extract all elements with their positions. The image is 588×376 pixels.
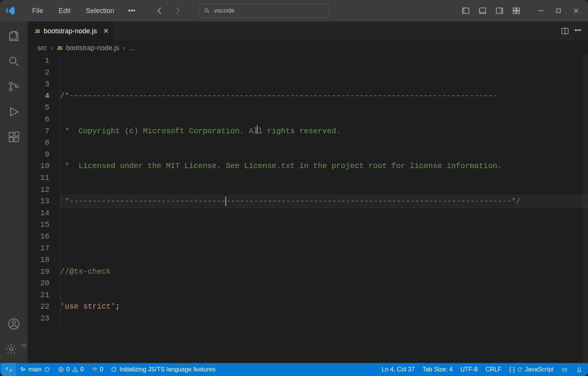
code-text: * Licensed under the MIT License. See Li…	[60, 162, 502, 170]
menu-selection[interactable]: Selection	[80, 5, 120, 17]
title-bar: File Edit Selection ••• vscode	[0, 0, 588, 21]
minimize-icon[interactable]	[532, 0, 550, 21]
problems[interactable]: 0 0	[54, 363, 88, 376]
line-number: 6	[28, 114, 49, 126]
line-number: 15	[28, 219, 49, 231]
line-number: 3	[28, 78, 49, 90]
menu-file[interactable]: File	[27, 5, 49, 17]
svg-rect-9	[517, 8, 519, 10]
svg-rect-3	[463, 8, 465, 14]
svg-point-35	[94, 371, 95, 371]
search-activity-icon[interactable]	[5, 52, 23, 70]
breadcrumbs[interactable]: src › JS bootstrap-node.js › ...	[28, 41, 588, 55]
line-number: 5	[28, 102, 49, 114]
source-control-icon[interactable]	[5, 77, 23, 96]
svg-point-37	[563, 369, 564, 370]
git-branch[interactable]: main	[16, 363, 54, 376]
ports-count: 0	[100, 366, 103, 373]
line-number-gutter: 1 2 3 4 5 6 7 8 9 10 11 12 13 14 15 16 1…	[28, 55, 60, 363]
svg-line-1	[208, 11, 209, 13]
activity-bar: VS	[0, 21, 28, 363]
svg-rect-10	[513, 11, 516, 13]
code-text	[60, 231, 588, 243]
eol[interactable]: CRLF	[481, 366, 505, 373]
line-number: 21	[28, 289, 49, 301]
code-text: 'use strict'	[60, 302, 115, 311]
line-number: 23	[28, 313, 49, 325]
toggle-panel-icon[interactable]	[476, 4, 489, 17]
tab-size[interactable]: Tab Size: 4	[419, 366, 457, 373]
menu-overflow-icon[interactable]: •••	[124, 5, 139, 17]
breadcrumb-folder[interactable]: src	[38, 44, 47, 52]
svg-point-19	[10, 88, 12, 91]
toggle-primary-sidebar-icon[interactable]	[459, 4, 472, 17]
svg-point-38	[565, 369, 566, 370]
svg-point-26	[12, 321, 15, 324]
code-editor[interactable]: 1 2 3 4 5 6 7 8 9 10 11 12 13 14 15 16 1…	[28, 55, 588, 363]
code-text: //@ts-check	[60, 267, 111, 276]
more-actions-icon[interactable]: •••	[575, 27, 581, 35]
svg-point-27	[10, 348, 13, 351]
js-file-icon: JS	[34, 28, 40, 34]
copilot-icon[interactable]	[557, 366, 572, 373]
line-number: 18	[28, 254, 49, 266]
tab-filename: bootstrap-node.js	[44, 27, 97, 35]
line-number: 12	[28, 184, 49, 196]
line-number: 1	[28, 55, 49, 67]
accounts-icon[interactable]	[5, 315, 23, 333]
code-content[interactable]: /*--------------------------------------…	[60, 55, 588, 363]
run-debug-icon[interactable]	[5, 103, 23, 121]
extensions-icon[interactable]	[5, 128, 23, 146]
title-left: File Edit Selection ••• vscode	[3, 4, 329, 18]
line-number: 19	[28, 266, 49, 278]
svg-rect-11	[517, 11, 519, 13]
command-center[interactable]: vscode	[199, 4, 329, 18]
customize-layout-icon[interactable]	[510, 4, 523, 17]
encoding[interactable]: UTF-8	[457, 366, 481, 373]
toggle-secondary-sidebar-icon[interactable]	[493, 4, 506, 17]
menu-edit[interactable]: Edit	[53, 5, 76, 17]
minimap[interactable]	[583, 55, 588, 363]
i-beam-cursor-icon	[257, 125, 258, 134]
warning-count: 0	[80, 366, 84, 373]
language-mode[interactable]: { } JavaScript	[505, 366, 557, 373]
remote-indicator-icon[interactable]	[2, 363, 16, 376]
cursor-position[interactable]: Ln 4, Col 37	[378, 366, 419, 373]
chevron-right-icon: ›	[51, 44, 53, 52]
body: VS JS bootstrap-node.js ✕ ••• src › JS b…	[0, 21, 588, 363]
code-text: *----------------------------------	[60, 197, 226, 206]
editor-tab[interactable]: JS bootstrap-node.js ✕	[28, 21, 113, 41]
line-number: 11	[28, 172, 49, 184]
breadcrumb-file[interactable]: bootstrap-node.js	[66, 44, 119, 52]
svg-point-20	[16, 85, 18, 88]
line-number: 13	[28, 196, 49, 208]
svg-rect-21	[9, 132, 13, 137]
js-file-icon: JS	[57, 45, 62, 51]
vscode-logo-icon	[5, 6, 15, 16]
status-bar: main 0 0 0 Initializing JS/TS language f…	[0, 363, 588, 376]
svg-rect-7	[501, 8, 503, 14]
tab-actions: •••	[561, 27, 588, 35]
settings-gear-icon[interactable]: VS	[5, 340, 23, 358]
nav-back-icon[interactable]	[153, 5, 167, 17]
chevron-right-icon: ›	[123, 44, 125, 52]
close-icon[interactable]	[567, 0, 585, 21]
maximize-icon[interactable]	[550, 0, 567, 21]
svg-rect-36	[562, 368, 567, 371]
nav-forward-icon[interactable]	[171, 5, 184, 17]
settings-badge: VS	[21, 343, 26, 348]
svg-rect-8	[513, 8, 516, 10]
line-number: 9	[28, 149, 49, 161]
language-status[interactable]: Initializing JS/TS language features	[107, 363, 219, 376]
breadcrumb-trailing[interactable]: ...	[129, 44, 135, 52]
branch-name: main	[28, 366, 42, 373]
notifications-icon[interactable]	[572, 366, 586, 373]
code-text: ;	[115, 302, 120, 311]
status-right: Ln 4, Col 37 Tab Size: 4 UTF-8 CRLF { } …	[378, 366, 586, 373]
tab-close-icon[interactable]: ✕	[103, 27, 109, 35]
ports[interactable]: 0	[88, 363, 107, 376]
split-editor-icon[interactable]	[561, 27, 569, 35]
line-number: 14	[28, 208, 49, 219]
explorer-icon[interactable]	[5, 27, 23, 45]
line-number: 4	[28, 90, 49, 102]
